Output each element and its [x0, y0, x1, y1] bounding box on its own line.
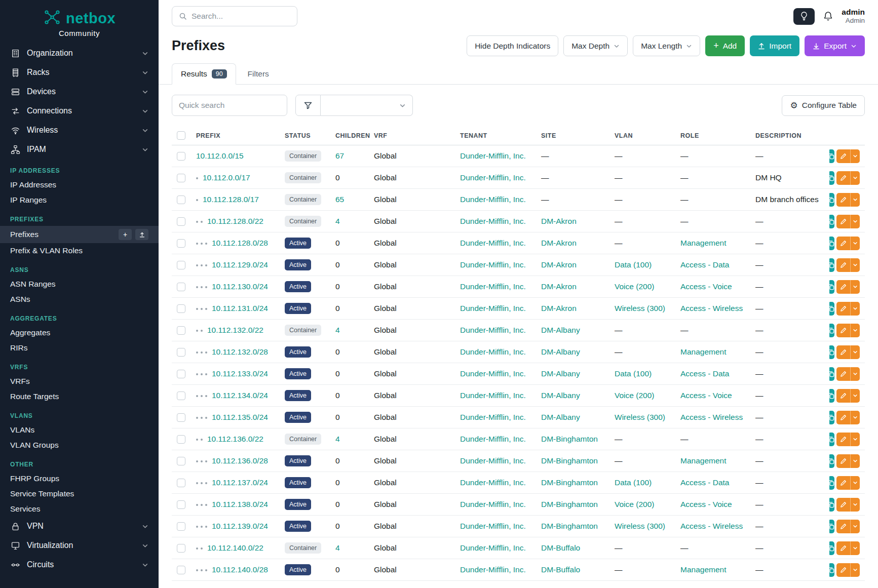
edit-dropdown-button[interactable]: [850, 454, 860, 468]
edit-button[interactable]: [836, 389, 850, 403]
row-checkbox[interactable]: [177, 283, 185, 291]
configure-table-button[interactable]: ⚙ Configure Table: [782, 95, 865, 116]
site-link[interactable]: DM-Albany: [541, 413, 580, 421]
quick-import-button[interactable]: [135, 229, 148, 240]
hide-depth-indicators-button[interactable]: Hide Depth Indicators: [467, 35, 558, 56]
select-all-checkbox[interactable]: [177, 131, 185, 140]
sidebar-item-fhrp-groups[interactable]: FHRP Groups: [0, 471, 159, 486]
edit-dropdown-button[interactable]: [850, 563, 860, 577]
theme-toggle-button[interactable]: [793, 8, 815, 25]
prefix-link[interactable]: 10.112.137.0/24: [212, 478, 268, 487]
role-link[interactable]: Access - Wireless: [680, 522, 743, 530]
row-checkbox[interactable]: [177, 174, 185, 182]
column-header-description[interactable]: DESCRIPTION: [750, 125, 829, 145]
site-link[interactable]: DM-Akron: [541, 260, 577, 269]
row-checkbox[interactable]: [177, 304, 185, 313]
sidebar-item-services[interactable]: Services: [0, 501, 159, 517]
saved-filter-select[interactable]: [321, 95, 413, 116]
row-checkbox[interactable]: [177, 544, 185, 553]
edit-dropdown-button[interactable]: [850, 389, 860, 403]
sidebar-item-virtualization[interactable]: Virtualization: [0, 536, 159, 555]
prefix-link[interactable]: 10.112.136.0/28: [212, 456, 268, 465]
clone-button[interactable]: [829, 345, 834, 359]
site-link[interactable]: DM-Akron: [541, 304, 577, 312]
clone-button[interactable]: [829, 476, 834, 490]
edit-dropdown-button[interactable]: [850, 345, 860, 359]
edit-button[interactable]: [836, 454, 850, 468]
export-dropdown[interactable]: Export: [805, 35, 865, 56]
clone-button[interactable]: [829, 454, 834, 468]
prefix-link[interactable]: 10.112.0.0/15: [196, 151, 244, 160]
tenant-link[interactable]: Dunder-Mifflin, Inc.: [460, 565, 526, 574]
tenant-link[interactable]: Dunder-Mifflin, Inc.: [460, 239, 526, 247]
edit-button[interactable]: [836, 258, 850, 272]
row-checkbox[interactable]: [177, 566, 185, 574]
global-search[interactable]: [172, 6, 297, 26]
sidebar-item-aggregates[interactable]: Aggregates: [0, 325, 159, 340]
tenant-link[interactable]: Dunder-Mifflin, Inc.: [460, 173, 526, 182]
column-header-prefix[interactable]: PREFIX: [191, 125, 280, 145]
clone-button[interactable]: [829, 149, 834, 163]
role-link[interactable]: Management: [680, 565, 726, 574]
row-checkbox[interactable]: [177, 500, 185, 509]
edit-button[interactable]: [836, 498, 850, 512]
vlan-link[interactable]: Voice (200): [615, 282, 654, 291]
sidebar-item-vrfs[interactable]: VRFs: [0, 374, 159, 389]
children-link[interactable]: 4: [335, 217, 340, 225]
role-link[interactable]: Access - Wireless: [680, 413, 743, 421]
edit-button[interactable]: [836, 280, 850, 294]
tenant-link[interactable]: Dunder-Mifflin, Inc.: [460, 500, 526, 508]
tenant-link[interactable]: Dunder-Mifflin, Inc.: [460, 347, 526, 356]
children-link[interactable]: 4: [335, 543, 340, 552]
sidebar-item-vlan-groups[interactable]: VLAN Groups: [0, 438, 159, 453]
sidebar-item-prefix-vlan-roles[interactable]: Prefix & VLAN Roles: [0, 243, 159, 258]
notifications-button[interactable]: [823, 11, 833, 22]
sidebar-item-rirs[interactable]: RIRs: [0, 340, 159, 356]
column-header-site[interactable]: SITE: [536, 125, 609, 145]
edit-dropdown-button[interactable]: [850, 324, 860, 337]
column-header-tenant[interactable]: TENANT: [455, 125, 536, 145]
filter-button[interactable]: [295, 95, 321, 116]
edit-dropdown-button[interactable]: [850, 520, 860, 533]
edit-button[interactable]: [836, 302, 850, 316]
column-header-role[interactable]: ROLE: [675, 125, 750, 145]
row-checkbox[interactable]: [177, 348, 185, 357]
column-header-vrf[interactable]: VRF: [369, 125, 455, 145]
row-checkbox[interactable]: [177, 479, 185, 487]
clone-button[interactable]: [829, 215, 834, 228]
prefix-link[interactable]: 10.112.140.0/28: [212, 565, 268, 574]
edit-dropdown-button[interactable]: [850, 258, 860, 272]
tenant-link[interactable]: Dunder-Mifflin, Inc.: [460, 326, 526, 334]
quick-add-button[interactable]: +: [119, 229, 132, 240]
row-checkbox[interactable]: [177, 522, 185, 531]
prefix-link[interactable]: 10.112.128.0/22: [207, 217, 263, 225]
sidebar-item-connections[interactable]: Connections: [0, 101, 159, 121]
row-checkbox[interactable]: [177, 217, 185, 226]
site-link[interactable]: DM-Albany: [541, 347, 580, 356]
site-link[interactable]: DM-Buffalo: [541, 543, 580, 552]
sidebar-item-service-templates[interactable]: Service Templates: [0, 486, 159, 501]
prefix-link[interactable]: 10.112.129.0/24: [212, 260, 268, 269]
tenant-link[interactable]: Dunder-Mifflin, Inc.: [460, 435, 526, 443]
tenant-link[interactable]: Dunder-Mifflin, Inc.: [460, 304, 526, 312]
edit-button[interactable]: [836, 367, 850, 381]
vlan-link[interactable]: Wireless (300): [615, 304, 665, 312]
site-link[interactable]: DM-Albany: [541, 391, 580, 400]
role-link[interactable]: Management: [680, 456, 726, 465]
edit-dropdown-button[interactable]: [850, 193, 860, 207]
edit-button[interactable]: [836, 193, 850, 207]
site-link[interactable]: DM-Binghamton: [541, 522, 598, 530]
tenant-link[interactable]: Dunder-Mifflin, Inc.: [460, 391, 526, 400]
clone-button[interactable]: [829, 302, 834, 316]
clone-button[interactable]: [829, 411, 834, 424]
site-link[interactable]: DM-Binghamton: [541, 500, 598, 508]
site-link[interactable]: DM-Albany: [541, 369, 580, 378]
children-link[interactable]: 4: [335, 326, 340, 334]
add-button[interactable]: + Add: [705, 35, 745, 56]
prefix-link[interactable]: 10.112.138.0/24: [212, 500, 268, 508]
prefix-link[interactable]: 10.112.130.0/24: [212, 282, 268, 291]
edit-dropdown-button[interactable]: [850, 433, 860, 446]
column-header-status[interactable]: STATUS: [280, 125, 330, 145]
column-header-children[interactable]: CHILDREN: [330, 125, 369, 145]
row-checkbox[interactable]: [177, 195, 185, 204]
